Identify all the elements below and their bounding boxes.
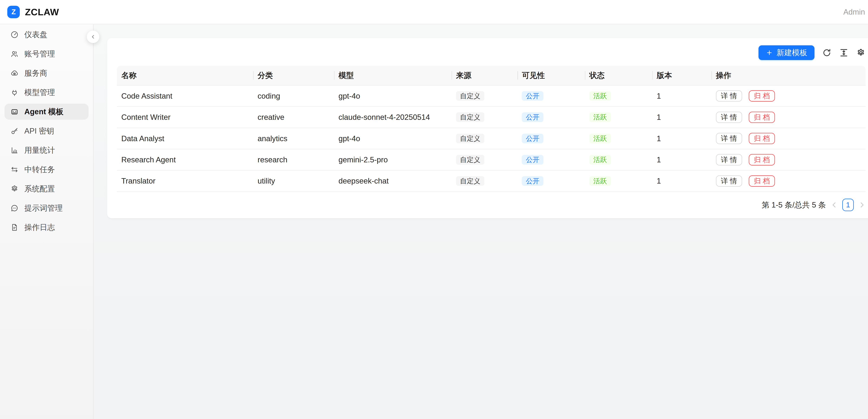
cell-source: 自定义 (452, 155, 518, 164)
sidebar-item-label: 用量统计 (24, 145, 55, 155)
page-1-button[interactable]: 1 (842, 199, 854, 211)
cell-visibility: 公开 (517, 176, 585, 186)
sidebar-item-accounts[interactable]: 账号管理 (4, 46, 89, 62)
template-model: gpt-4o (339, 92, 360, 100)
settings-icon[interactable] (856, 48, 866, 58)
robot-icon (10, 108, 19, 116)
new-template-label: 新建模板 (777, 48, 807, 58)
detail-button[interactable]: 详 情 (716, 154, 742, 165)
key-icon (10, 127, 19, 135)
table-row: Content Writer creative claude-sonnet-4-… (117, 107, 866, 128)
template-name: Code Assistant (121, 92, 173, 100)
cell-visibility: 公开 (517, 91, 585, 101)
cell-category: coding (253, 92, 334, 100)
archive-button[interactable]: 归 档 (749, 133, 775, 144)
sidebar-item-label: Agent 模板 (24, 107, 63, 117)
sidebar-item-label: 账号管理 (24, 49, 55, 59)
template-name: Data Analyst (121, 134, 164, 143)
shell: 仪表盘 账号管理 服务商 (0, 24, 868, 419)
reload-icon[interactable] (822, 48, 832, 58)
chat-icon (10, 204, 19, 212)
cell-category: research (253, 155, 334, 164)
cell-source: 自定义 (452, 112, 518, 122)
detail-button[interactable]: 详 情 (716, 133, 742, 144)
cell-actions: 详 情 归 档 (711, 90, 866, 101)
user-menu[interactable]: Admin (843, 8, 865, 16)
cell-version: 1 (652, 92, 711, 100)
template-name: Translator (121, 177, 156, 185)
next-page-button[interactable] (858, 201, 866, 209)
cell-name: Content Writer (117, 113, 253, 122)
templates-table: 名称 分类 模型 来源 可见性 状态 版本 操作 Code Assistant … (117, 66, 866, 192)
template-category: analytics (258, 134, 287, 143)
table-toolbar: 新建模板 (117, 45, 866, 60)
column-height-icon[interactable] (839, 48, 849, 58)
prev-page-button[interactable] (831, 201, 838, 209)
cell-category: creative (253, 113, 334, 122)
template-category: creative (258, 113, 284, 121)
table-row: Data Analyst analytics gpt-4o 自定义 公开 活跃 … (117, 128, 866, 149)
column-header-version: 版本 (652, 70, 711, 81)
cell-version: 1 (652, 134, 711, 143)
sidebar-item-providers[interactable]: 服务商 (4, 65, 89, 81)
chevron-left-icon (90, 34, 96, 40)
template-model: gpt-4o (339, 134, 360, 143)
archive-button[interactable]: 归 档 (749, 154, 775, 165)
detail-button[interactable]: 详 情 (716, 90, 742, 101)
cell-name: Data Analyst (117, 134, 253, 143)
sidebar-item-operation-logs[interactable]: 操作日志 (4, 219, 89, 235)
status-tag: 活跃 (589, 134, 611, 143)
templates-card: 新建模板 名称 分类 模型 (107, 38, 868, 218)
sidebar-item-agent-templates[interactable]: Agent 模板 (4, 104, 89, 119)
sidebar-item-models[interactable]: 模型管理 (4, 84, 89, 100)
sidebar-item-system-config[interactable]: 系统配置 (4, 181, 89, 197)
cell-actions: 详 情 归 档 (711, 175, 866, 187)
sidebar-item-usage-stats[interactable]: 用量统计 (4, 142, 89, 158)
visibility-tag: 公开 (522, 134, 544, 143)
brand: Z ZCLAW (7, 6, 59, 18)
archive-button[interactable]: 归 档 (749, 175, 775, 187)
visibility-tag: 公开 (522, 112, 544, 122)
visibility-tag: 公开 (522, 91, 544, 101)
source-tag: 自定义 (456, 155, 484, 164)
sidebar-item-api-keys[interactable]: API 密钥 (4, 123, 89, 139)
sidebar-item-label: 服务商 (24, 68, 47, 78)
source-tag: 自定义 (456, 134, 484, 143)
cell-source: 自定义 (452, 91, 518, 101)
sidebar-item-label: API 密钥 (24, 126, 54, 136)
sidebar-item-dashboard[interactable]: 仪表盘 (4, 27, 89, 42)
cell-name: Translator (117, 177, 253, 185)
sidebar-item-prompts[interactable]: 提示词管理 (4, 200, 89, 216)
sidebar-item-relay-tasks[interactable]: 中转任务 (4, 161, 89, 177)
pagination: 第 1-5 条/总共 5 条 1 (117, 192, 866, 218)
detail-button[interactable]: 详 情 (716, 175, 742, 187)
new-template-button[interactable]: 新建模板 (758, 45, 814, 60)
template-model: gemini-2.5-pro (339, 155, 388, 164)
template-version: 1 (657, 113, 661, 121)
gear-icon (10, 185, 19, 193)
cell-version: 1 (652, 177, 711, 185)
column-header-visibility: 可见性 (517, 70, 585, 81)
archive-button[interactable]: 归 档 (749, 112, 775, 123)
topbar: Z ZCLAW Admin (0, 0, 868, 24)
cell-status: 活跃 (585, 91, 652, 101)
template-name: Content Writer (121, 113, 170, 121)
swap-icon (10, 165, 19, 174)
cell-name: Research Agent (117, 155, 253, 164)
cell-source: 自定义 (452, 176, 518, 186)
column-header-status: 状态 (585, 70, 652, 81)
app: Z ZCLAW Admin 仪表盘 账号管理 (0, 0, 868, 419)
pagination-total: 第 1-5 条/总共 5 条 (762, 200, 826, 210)
template-version: 1 (657, 177, 661, 185)
table-row: Translator utility deepseek-chat 自定义 公开 … (117, 171, 866, 192)
cell-status: 活跃 (585, 155, 652, 164)
archive-button[interactable]: 归 档 (749, 90, 775, 101)
column-header-actions: 操作 (711, 70, 866, 81)
main-content: 新建模板 名称 分类 模型 (94, 24, 868, 419)
cell-status: 活跃 (585, 176, 652, 186)
template-version: 1 (657, 92, 661, 100)
status-tag: 活跃 (589, 112, 611, 122)
cell-actions: 详 情 归 档 (711, 133, 866, 144)
detail-button[interactable]: 详 情 (716, 112, 742, 123)
sidebar-collapse-button[interactable] (87, 31, 99, 43)
